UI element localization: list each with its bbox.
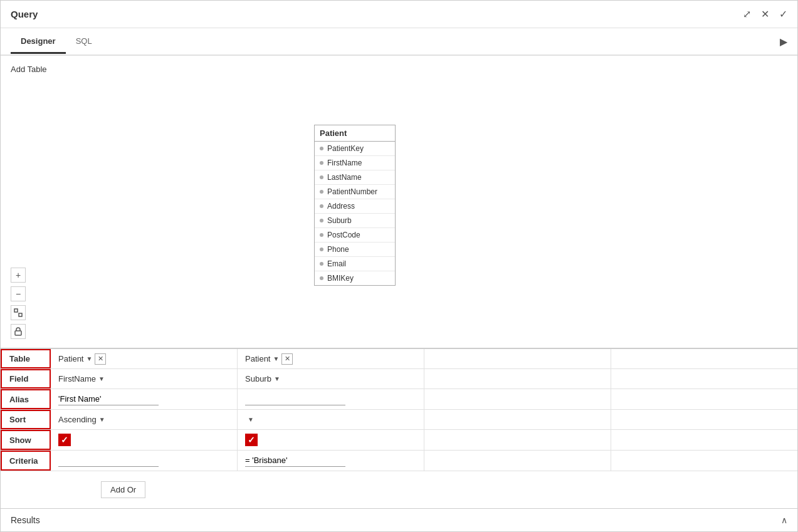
add-or-section: Add Or (1, 471, 797, 508)
alias-col1-input[interactable] (58, 393, 159, 405)
row-dot (320, 204, 323, 208)
dropdown-arrow-icon: ▼ (86, 355, 92, 362)
sort-row-grid: Sort Ascending ▼ ▼ (1, 410, 797, 430)
table-col2-dropdown[interactable]: Patient ▼ (245, 354, 279, 363)
tab-designer[interactable]: Designer (11, 30, 66, 54)
zoom-controls: + − (11, 268, 26, 339)
fullscreen-icon[interactable]: ⤢ (743, 8, 751, 20)
lock-icon (14, 327, 22, 336)
row-dot (320, 248, 323, 251)
sort-data-cols: Ascending ▼ ▼ (51, 410, 797, 429)
row-dot (320, 161, 323, 165)
show-col1 (51, 430, 238, 450)
table-col1: Patient ▼ ✕ (51, 349, 238, 368)
dropdown-arrow-icon: ▼ (98, 375, 105, 382)
window-title: Query (11, 9, 38, 19)
tabs-list: Designer SQL (11, 30, 102, 53)
zoom-out-button[interactable]: − (11, 286, 26, 301)
zoom-fit-button[interactable] (11, 305, 26, 320)
sort-col4 (611, 410, 797, 429)
close-icon[interactable]: ✕ (761, 8, 769, 20)
svg-rect-2 (15, 331, 21, 335)
alias-col4 (611, 389, 797, 409)
show-row-grid: Show (1, 430, 797, 451)
add-or-button[interactable]: Add Or (101, 481, 145, 498)
table-row[interactable]: Email (315, 257, 395, 271)
show-col2 (238, 430, 424, 450)
table-data-cols: Patient ▼ ✕ Patient ▼ ✕ (51, 349, 797, 368)
field-col1-dropdown[interactable]: FirstName ▼ (58, 374, 105, 383)
criteria-col2-input[interactable] (245, 454, 345, 467)
field-row-grid: Field FirstName ▼ Suburb ▼ (1, 369, 797, 389)
criteria-col3 (424, 451, 611, 471)
show-col4 (611, 430, 797, 450)
confirm-icon[interactable]: ✓ (779, 8, 787, 20)
lock-button[interactable] (11, 324, 26, 339)
table-row[interactable]: Suburb (315, 214, 395, 228)
tab-sql[interactable]: SQL (66, 30, 102, 54)
show-col3 (424, 430, 611, 450)
field-col2-dropdown[interactable]: Suburb ▼ (245, 374, 280, 383)
criteria-col1-input[interactable] (58, 454, 159, 467)
criteria-col2 (238, 451, 424, 471)
fit-icon (14, 308, 23, 317)
row-dot (320, 219, 323, 222)
table-row[interactable]: BMIKey (315, 271, 395, 285)
table-row[interactable]: PatientNumber (315, 185, 395, 199)
results-label: Results (11, 515, 40, 525)
row-dot (320, 147, 323, 150)
query-grid: Table Patient ▼ ✕ Patient ▼ ✕ (1, 348, 797, 508)
table-col2-clear[interactable]: ✕ (281, 353, 293, 365)
show-label: Show (1, 430, 51, 450)
dropdown-arrow-icon: ▼ (248, 416, 254, 423)
table-widget-header: Patient (315, 125, 395, 142)
svg-rect-1 (19, 313, 22, 316)
sort-col2-dropdown[interactable]: ▼ (245, 416, 254, 423)
sort-label: Sort (1, 410, 51, 429)
results-bar[interactable]: Results ∧ (1, 508, 797, 531)
table-label: Table (1, 349, 51, 368)
patient-table-widget: Patient PatientKey FirstName LastName Pa… (314, 125, 396, 286)
alias-col3 (424, 389, 611, 409)
table-row[interactable]: LastName (315, 170, 395, 185)
criteria-col1 (51, 451, 238, 471)
show-col2-checkbox[interactable] (245, 434, 258, 446)
table-col1-clear[interactable]: ✕ (95, 353, 106, 365)
alias-col1 (51, 389, 238, 409)
svg-rect-0 (14, 309, 18, 312)
criteria-data-cols (51, 451, 797, 471)
table-row[interactable]: Phone (315, 243, 395, 257)
query-window: Query ⤢ ✕ ✓ Designer SQL ▶ Add Table Pat… (0, 0, 798, 532)
table-row[interactable]: PatientKey (315, 142, 395, 156)
sort-col1: Ascending ▼ (51, 410, 238, 429)
table-row[interactable]: FirstName (315, 156, 395, 170)
table-row-grid: Table Patient ▼ ✕ Patient ▼ ✕ (1, 349, 797, 369)
sort-col2: ▼ (238, 410, 424, 429)
alias-col2-input[interactable] (245, 393, 345, 405)
row-dot (320, 175, 323, 179)
table-row[interactable]: PostCode (315, 228, 395, 243)
title-bar: Query ⤢ ✕ ✓ (1, 1, 797, 28)
title-bar-actions: ⤢ ✕ ✓ (743, 8, 787, 20)
field-col4 (611, 369, 797, 389)
chevron-up-icon: ∧ (781, 515, 787, 525)
criteria-label: Criteria (1, 451, 51, 471)
dropdown-arrow-icon: ▼ (274, 375, 280, 382)
add-table-link[interactable]: Add Table (11, 65, 47, 74)
criteria-row-grid: Criteria (1, 451, 797, 471)
table-col1-dropdown[interactable]: Patient ▼ (58, 354, 92, 363)
alias-label: Alias (1, 389, 51, 409)
tabs-bar: Designer SQL ▶ (1, 28, 797, 56)
zoom-in-button[interactable]: + (11, 268, 26, 283)
run-button[interactable]: ▶ (780, 36, 787, 48)
dropdown-arrow-icon: ▼ (273, 355, 279, 362)
field-col3 (424, 369, 611, 389)
sort-col1-dropdown[interactable]: Ascending ▼ (58, 415, 105, 424)
show-col1-checkbox[interactable] (58, 434, 71, 446)
sort-col3 (424, 410, 611, 429)
alias-data-cols (51, 389, 797, 409)
table-col3 (424, 349, 611, 368)
table-col2: Patient ▼ ✕ (238, 349, 424, 368)
table-row[interactable]: Address (315, 199, 395, 214)
row-dot (320, 276, 323, 280)
